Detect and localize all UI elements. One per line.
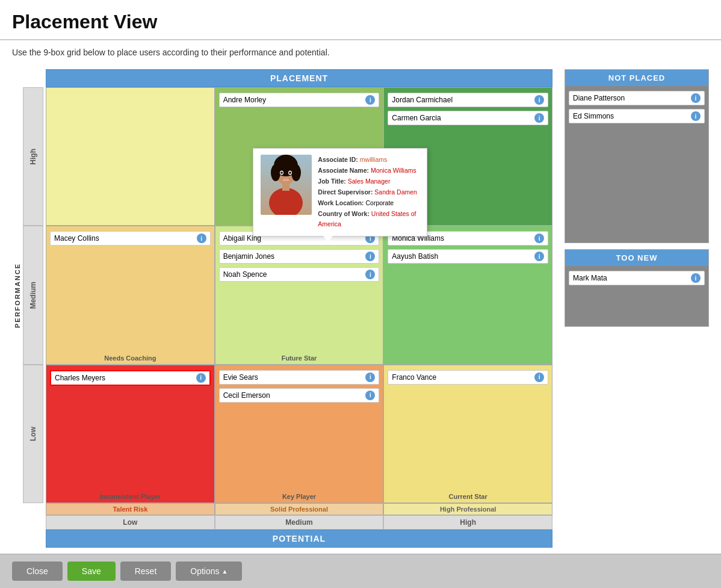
- tooltip-assoc-id-val: mwilliams: [360, 156, 388, 163]
- not-placed-header: NOT PLACED: [565, 70, 708, 86]
- grid-row-low: Charles Meyers i Inconsistent Player Evi…: [46, 365, 552, 503]
- person-diane-patterson[interactable]: Diane Patterson i: [569, 91, 705, 105]
- band-medium-label: Medium: [29, 282, 37, 309]
- bottom-label-talent-risk: Talent Risk: [46, 503, 215, 515]
- options-button[interactable]: Options ▲: [176, 562, 242, 581]
- options-label: Options: [190, 566, 219, 576]
- person-name: Evie Sears: [223, 373, 258, 382]
- save-button[interactable]: Save: [67, 562, 116, 581]
- svg-point-8: [280, 172, 283, 174]
- reset-button[interactable]: Reset: [120, 562, 172, 581]
- cell-low-low: Charles Meyers i Inconsistent Player: [46, 365, 215, 503]
- cell-label-current-star: Current Star: [384, 493, 552, 500]
- potential-footer: POTENTIAL: [46, 530, 552, 548]
- cell-label-key-player: Key Player: [215, 493, 383, 500]
- page-wrapper: Placement View Use the 9-box grid below …: [0, 0, 721, 588]
- grid-container: PLACEMENT PERFORMANCE High Medium: [12, 69, 552, 548]
- person-name: Macey Collins: [54, 234, 99, 243]
- person-benjamin-jones[interactable]: Benjamin Jones i: [219, 249, 380, 264]
- band-low: Low: [23, 365, 43, 503]
- too-new-body: Mark Mata i: [565, 266, 708, 326]
- person-evie-sears[interactable]: Evie Sears i: [219, 370, 380, 385]
- cell-mid-mid: Abigail King i Benjamin Jones i Noah Spe…: [215, 226, 384, 364]
- person-name: Jordan Carmichael: [392, 96, 453, 104]
- person-name: Cecil Emerson: [223, 391, 270, 400]
- right-panels: NOT PLACED Diane Patterson i Ed Simmons …: [565, 69, 709, 548]
- content-area: PLACEMENT PERFORMANCE High Medium: [0, 63, 721, 554]
- tooltip-assoc-name-val: Monica Williams: [371, 167, 416, 174]
- cell-mid-high: Monica Williams i Aayush Batish i: [383, 226, 552, 364]
- person-name: Diane Patterson: [573, 94, 625, 102]
- person-macey-collins[interactable]: Macey Collins i: [50, 231, 211, 246]
- person-cecil-emerson[interactable]: Cecil Emerson i: [219, 388, 380, 403]
- close-button[interactable]: Close: [12, 562, 63, 581]
- tooltip-job-title-label: Job Title:: [318, 178, 345, 185]
- person-charles-meyers[interactable]: Charles Meyers i: [50, 370, 211, 386]
- tooltip-details: Associate ID: mwilliams Associate Name: …: [318, 155, 419, 230]
- band-high-label: High: [29, 149, 37, 165]
- cell-label-needs-coaching: Needs Coaching: [46, 354, 214, 362]
- cell-label-future-star: Future Star: [215, 354, 383, 362]
- band-low-label: Low: [29, 427, 37, 441]
- info-icon-ed[interactable]: i: [691, 111, 701, 121]
- x-label-high: High: [383, 515, 552, 530]
- person-name: Aayush Batish: [392, 252, 438, 261]
- person-name: Charles Meyers: [55, 374, 105, 382]
- tooltip-job-title-val: Sales Manager: [348, 178, 391, 185]
- info-icon-franco[interactable]: i: [534, 373, 544, 382]
- info-icon-evie[interactable]: i: [365, 373, 375, 382]
- cell-low-mid: Evie Sears i Cecil Emerson i Key Player: [215, 365, 384, 503]
- svg-point-4: [269, 188, 303, 215]
- page-subtitle: Use the 9-box grid below to place users …: [0, 40, 721, 63]
- info-icon-diane[interactable]: i: [691, 93, 701, 103]
- info-icon-aayush[interactable]: i: [534, 252, 544, 261]
- info-icon-charles[interactable]: i: [196, 373, 206, 383]
- person-andre-morley[interactable]: Andre Morley i: [219, 93, 380, 107]
- info-icon-jordan[interactable]: i: [534, 95, 544, 105]
- tooltip-country-label: Country of Work:: [318, 210, 370, 217]
- person-name: Noah Spence: [223, 270, 267, 279]
- bottom-label-high-professional: High Professional: [383, 503, 552, 515]
- svg-point-3: [291, 164, 301, 181]
- options-chevron-icon: ▲: [222, 568, 228, 575]
- cell-mid-low: Macey Collins i Needs Coaching: [46, 226, 215, 364]
- bottom-label-solid-professional: Solid Professional: [215, 503, 384, 515]
- svg-rect-10: [282, 179, 289, 181]
- info-icon-monica[interactable]: i: [534, 234, 544, 243]
- band-labels: High Medium Low: [23, 87, 43, 503]
- page-title: Placement View: [12, 11, 709, 33]
- monica-tooltip: Associate ID: mwilliams Associate Name: …: [253, 148, 427, 237]
- too-new-header: TOO NEW: [565, 250, 708, 266]
- person-name: Carmen Garcia: [392, 114, 441, 122]
- info-icon-andre[interactable]: i: [365, 95, 375, 105]
- person-name: Ed Simmons: [573, 112, 614, 120]
- tooltip-supervisor-label: Direct Supervisor:: [318, 188, 373, 196]
- person-carmen-garcia[interactable]: Carmen Garcia i: [388, 111, 548, 125]
- page-header: Placement View: [0, 0, 721, 40]
- too-new-panel: TOO NEW Mark Mata i: [565, 249, 709, 327]
- tooltip-supervisor-val: Sandra Damen: [374, 188, 417, 196]
- info-icon-mark[interactable]: i: [691, 273, 701, 283]
- performance-axis-label: PERFORMANCE: [12, 87, 23, 503]
- x-label-low: Low: [46, 515, 215, 530]
- tooltip-assoc-name-label: Associate Name:: [318, 167, 369, 174]
- info-icon-macey[interactable]: i: [197, 234, 206, 243]
- person-mark-mata[interactable]: Mark Mata i: [569, 271, 705, 285]
- person-photo-svg: [261, 155, 312, 215]
- grid-row-medium: Macey Collins i Needs Coaching Abigail K…: [46, 226, 552, 364]
- info-icon-noah[interactable]: i: [365, 270, 375, 279]
- info-icon-benjamin[interactable]: i: [365, 252, 375, 261]
- person-name: Benjamin Jones: [223, 252, 274, 261]
- person-franco-vance[interactable]: Franco Vance i: [388, 370, 548, 385]
- person-jordan-carmichael[interactable]: Jordan Carmichael i: [388, 93, 548, 107]
- svg-rect-5: [282, 182, 289, 191]
- info-icon-cecil[interactable]: i: [365, 391, 375, 400]
- svg-point-9: [289, 172, 291, 174]
- person-aayush-batish[interactable]: Aayush Batish i: [388, 249, 548, 264]
- person-noah-spence[interactable]: Noah Spence i: [219, 267, 380, 282]
- band-high: High: [23, 87, 43, 226]
- person-ed-simmons[interactable]: Ed Simmons i: [569, 109, 705, 123]
- not-placed-panel: NOT PLACED Diane Patterson i Ed Simmons …: [565, 69, 709, 243]
- info-icon-carmen[interactable]: i: [534, 113, 544, 123]
- tooltip-location-val: Corporate: [366, 199, 394, 206]
